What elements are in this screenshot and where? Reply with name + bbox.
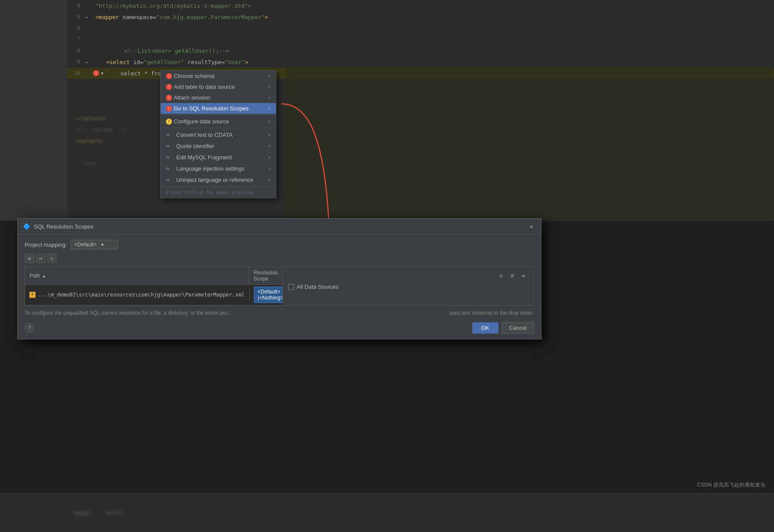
project-mapping-row: Project mapping: <Default> ▼ [25,240,534,249]
menu-item-add-table[interactable]: ! Add table to data source › [161,81,276,92]
resolution-column-header: Resolution Scope [249,267,282,284]
ok-cancel-buttons: OK Cancel [472,322,534,334]
menu-item-uninject[interactable]: ≈ Uninject language or reference › [161,174,276,185]
submenu-chevron-icon-5: › [268,119,271,124]
dropdown-chevron-icon: ▼ [100,242,105,247]
menu-label-uninject: Uninject language or reference [176,177,268,183]
tilde-icon-1: ≈ [166,131,174,138]
menu-item-attach-session[interactable]: ! Attach session › [161,92,276,103]
menu-item-choose-schema[interactable]: ! Choose schema › [161,71,276,81]
submenu-chevron-icon: › [268,73,271,79]
yellow-warning-icon: ! [166,119,172,125]
red-warning-icon-4: ! [166,106,172,112]
split-view-icon[interactable]: ⇌ [519,271,528,280]
menu-label-add-table: Add table to data source [174,84,268,90]
resolution-value: <Default> (<Nothing>) [258,289,285,301]
sort-asc-icon: ▲ [42,274,46,278]
dialog-body: Project mapping: <Default> ▼ + − ✎ Path … [18,235,541,339]
submenu-chevron-icon-9: › [268,166,271,171]
tilde-icon-5: ≈ [166,176,174,183]
submenu-chevron-icon-4: › [268,106,271,111]
menu-label-convert-cdata: Convert text to CDATA [176,132,268,138]
right-pane: ↺ ≡ ⇌ All Data Sources [282,267,534,305]
path-header-label: Path [29,273,40,279]
menu-item-convert-cdata[interactable]: ≈ Convert text to CDATA › [161,129,276,140]
xml-file-icon: X [29,292,36,298]
footer-hint-right: ases and schemas in the drop down. [450,310,534,316]
right-pane-toolbar: ↺ ≡ ⇌ [288,271,528,280]
all-data-sources-label: All Data Sources [297,284,339,290]
menu-label-go-to-sql: Go to SQL Resolution Scopes [174,105,268,112]
menu-label-quote-identifier: Quote identifier [176,143,268,149]
path-column-header[interactable]: Path ▲ [25,267,249,284]
table-header: Path ▲ Resolution Scope [25,267,282,285]
scope-table-area: Path ▲ Resolution Scope X ...\m_demo02\s… [25,267,282,305]
sql-resolution-dialog: 🔷 SQL Resolution Scopes ✕ Project mappin… [17,218,541,339]
edit-scope-button[interactable]: ✎ [47,254,57,263]
red-warning-icon: ! [166,73,172,79]
submenu-chevron-icon-3: › [268,95,271,100]
dialog-main-area: Path ▲ Resolution Scope X ...\m_demo02\s… [25,267,534,306]
footer-hint-left: To configure the unqualified SQL names r… [25,310,232,316]
table-row[interactable]: X ...\m_demo02\src\main\resources\com\hj… [25,285,282,305]
dialog-titlebar: 🔷 SQL Resolution Scopes ✕ [18,219,541,235]
bottom-editor: mapper select [0,493,774,532]
menu-label-edit-mysql: Edit MySQL Fragment [176,154,268,161]
warning-icon: ! [93,70,99,76]
tilde-icon-4: ≈ [166,165,174,172]
submenu-chevron-icon-2: › [268,84,271,90]
tilde-icon-3: ≈ [166,154,174,161]
cancel-button[interactable]: Cancel [502,322,534,334]
dialog-title-icon: 🔷 [23,223,30,230]
menu-label-configure-datasource: Configure data source [174,118,268,125]
add-scope-button[interactable]: + [25,254,34,263]
refresh-icon[interactable]: ↺ [496,271,506,280]
context-menu: ! Choose schema › ! Add table to data so… [160,70,276,198]
submenu-chevron-icon-7: › [268,143,271,149]
left-sidebar [0,0,67,221]
blurred-right-code [286,68,774,219]
menu-separator-3 [161,186,276,187]
all-data-sources-checkbox[interactable] [288,284,294,290]
help-button[interactable]: ? [25,323,34,333]
menu-label-choose-schema: Choose schema [174,73,268,79]
red-warning-icon-3: ! [166,95,172,101]
menu-item-configure-datasource[interactable]: ! Configure data source › [161,116,276,127]
project-mapping-value: <Default> [74,242,97,248]
dialog-buttons: ? OK Cancel [25,322,534,334]
help-button-area: ? [25,323,34,333]
path-cell: X ...\m_demo02\src\main\resources\com\hj… [25,289,249,300]
dialog-close-button[interactable]: ✕ [527,222,536,231]
code-line-4: 4 "http://mybatis.org/dtd/mybatis-3-mapp… [0,0,774,11]
project-mapping-label: Project mapping: [25,242,67,248]
watermark: CSDN @高高飞起的勇敢麦当 [697,481,765,489]
menu-hint: Press Ctrl+Q to open preview [161,187,276,198]
code-line-9: 9 → <select id="getAllUser" resultType="… [0,56,774,68]
code-editor: 4 "http://mybatis.org/dtd/mybatis-3-mapp… [0,0,774,221]
code-line-7: 7 [0,34,774,45]
dialog-title: SQL Resolution Scopes [34,223,527,230]
resolution-header-label: Resolution Scope [253,270,278,282]
menu-item-language-injection[interactable]: ≈ Language injection settings › [161,163,276,174]
project-mapping-dropdown[interactable]: <Default> ▼ [71,240,118,249]
menu-label-language-injection: Language injection settings [176,165,268,172]
list-view-icon[interactable]: ≡ [508,271,517,280]
red-warning-icon-2: ! [166,84,172,90]
submenu-chevron-icon-6: › [268,132,271,138]
menu-item-go-to-sql[interactable]: ! Go to SQL Resolution Scopes › [161,103,276,114]
menu-label-attach-session: Attach session [174,94,268,101]
dialog-footer-hint: To configure the unqualified SQL names r… [25,310,534,316]
menu-item-quote-identifier[interactable]: ≈ Quote identifier › [161,140,276,152]
code-line-5: 5 → <mapper namespace="com.hjg.mapper.Pa… [0,11,774,23]
remove-scope-button[interactable]: − [36,254,45,263]
menu-separator-2 [161,128,276,128]
menu-item-edit-mysql[interactable]: ≈ Edit MySQL Fragment › [161,152,276,163]
scope-toolbar: + − ✎ [25,254,534,263]
code-line-8: 8 <!--List<User> getAllUser();--> [0,45,774,56]
menu-separator-1 [161,115,276,115]
path-value: ...\m_demo02\src\main\resources\com\hjg\… [38,292,245,298]
submenu-chevron-icon-8: › [268,155,271,160]
ok-button[interactable]: OK [472,322,499,334]
submenu-chevron-icon-10: › [268,177,271,183]
tilde-icon-2: ≈ [166,142,174,149]
